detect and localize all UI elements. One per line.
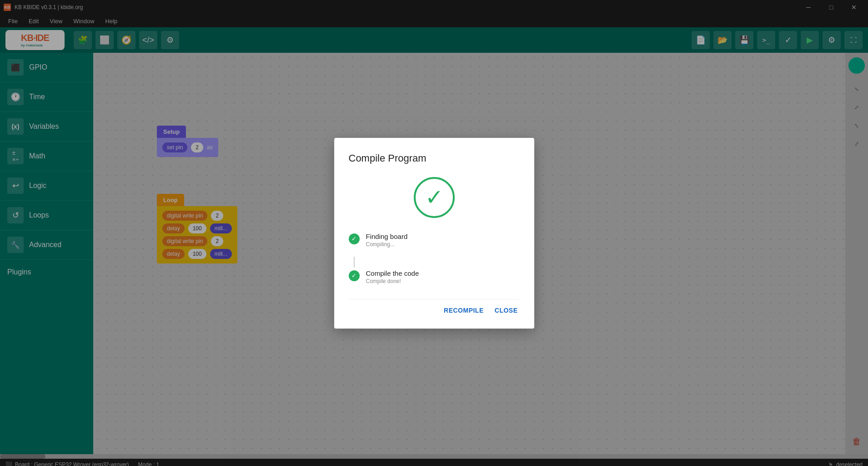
close-button[interactable]: CLOSE xyxy=(493,303,520,318)
dialog-steps: ✓ Finding board Compiling... ✓ Compile t… xyxy=(349,233,520,284)
compile-dialog: Compile Program ✓ ✓ Finding board Compil… xyxy=(334,138,534,329)
recompile-button[interactable]: RECOMPILE xyxy=(442,303,486,318)
step-1-sub: Compiling... xyxy=(366,241,408,248)
check-circle: ✓ xyxy=(414,177,455,218)
step-1-label: Finding board xyxy=(366,233,408,240)
dialog-overlay: Compile Program ✓ ✓ Finding board Compil… xyxy=(0,0,868,466)
dialog-actions: RECOMPILE CLOSE xyxy=(349,299,520,318)
dialog-title: Compile Program xyxy=(349,152,520,164)
step-2-sub: Compile done! xyxy=(366,278,419,284)
step-connector xyxy=(354,257,355,268)
step-2-label: Compile the code xyxy=(366,269,419,277)
step-finding-board: ✓ Finding board Compiling... xyxy=(349,233,520,248)
step-check-2: ✓ xyxy=(349,270,360,281)
step-compile-code: ✓ Compile the code Compile done! xyxy=(349,269,520,284)
step-1-text: Finding board Compiling... xyxy=(366,233,408,248)
checkmark-icon: ✓ xyxy=(425,187,443,208)
step-2-text: Compile the code Compile done! xyxy=(366,269,419,284)
success-icon-container: ✓ xyxy=(349,177,520,218)
step-check-1: ✓ xyxy=(349,233,360,244)
